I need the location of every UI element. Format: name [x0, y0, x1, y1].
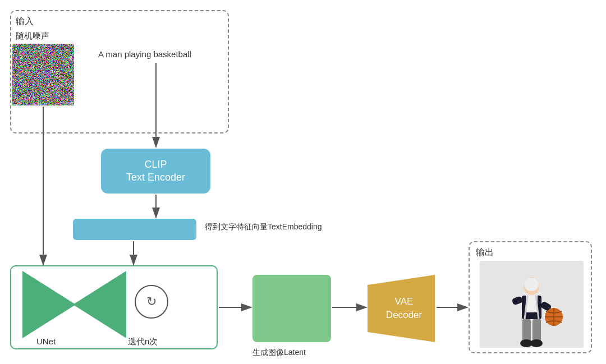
text-embedding-bar — [73, 219, 196, 240]
clip-encoder-label: CLIP Text Encoder — [126, 158, 185, 185]
svg-point-12 — [524, 278, 539, 291]
svg-rect-18 — [532, 319, 541, 343]
vae-decoder-box: VAE Decoder — [368, 275, 435, 342]
svg-rect-17 — [522, 319, 531, 343]
output-image — [480, 261, 584, 348]
unet-label: UNet — [36, 337, 56, 346]
basketball-player-svg — [480, 261, 584, 348]
input-label: 输入 — [16, 16, 34, 27]
clip-encoder-box: CLIP Text Encoder — [101, 149, 210, 193]
text-embedding-label: 得到文字特征向量TextEmbedding — [205, 222, 322, 232]
vae-decoder-label: VAE Decoder — [380, 295, 422, 322]
noise-image — [12, 44, 74, 105]
output-label: 输出 — [476, 247, 494, 259]
diagram-container: 输入 随机噪声 A man playing basketball — [0, 0, 606, 364]
latent-label: 生成图像Latent — [252, 348, 306, 358]
latent-box — [252, 275, 331, 342]
noise-label: 随机噪声 — [16, 31, 49, 42]
iteration-icon: ↻ — [146, 294, 157, 309]
svg-point-25 — [530, 339, 543, 347]
text-prompt: A man playing basketball — [98, 49, 191, 59]
iter-label: 迭代n次 — [128, 337, 158, 347]
iteration-circle: ↻ — [135, 285, 168, 319]
